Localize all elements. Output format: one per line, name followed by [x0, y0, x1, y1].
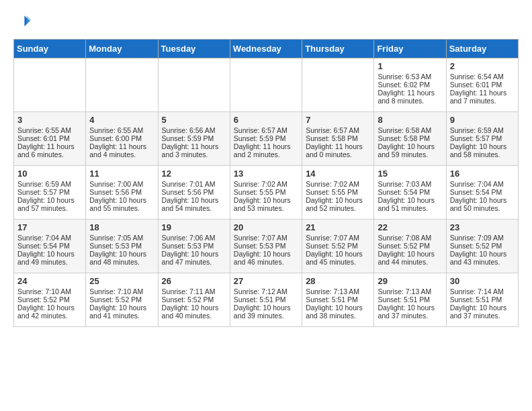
calendar-cell: 17Sunrise: 7:04 AMSunset: 5:54 PMDayligh… [14, 220, 86, 273]
cell-content: Sunset: 5:52 PM [162, 295, 226, 304]
day-number: 13 [234, 169, 298, 179]
cell-content: Sunset: 6:00 PM [89, 134, 154, 142]
day-header-friday: Friday [374, 40, 446, 58]
cell-content: Daylight: 10 hours and 37 minutes. [378, 304, 442, 320]
calendar-cell [14, 58, 86, 112]
cell-content: Sunrise: 7:09 AM [450, 234, 515, 242]
cell-content: Sunrise: 7:13 AM [306, 287, 370, 295]
cell-content: Sunrise: 7:03 AM [378, 180, 442, 188]
cell-content: Sunrise: 7:02 AM [234, 180, 298, 188]
cell-content: Daylight: 10 hours and 51 minutes. [378, 196, 442, 212]
cell-content: Sunset: 5:53 PM [89, 242, 154, 250]
calendar-cell: 22Sunrise: 7:08 AMSunset: 5:52 PMDayligh… [374, 220, 446, 273]
cell-content: Sunrise: 7:04 AM [17, 234, 82, 242]
cell-content: Sunrise: 7:13 AM [378, 287, 442, 295]
calendar-cell: 21Sunrise: 7:07 AMSunset: 5:52 PMDayligh… [302, 220, 374, 273]
cell-content: Sunrise: 7:00 AM [89, 180, 154, 188]
cell-content: Daylight: 11 hours and 6 minutes. [17, 142, 82, 158]
calendar-cell: 14Sunrise: 7:02 AMSunset: 5:55 PMDayligh… [302, 166, 374, 220]
day-number: 7 [306, 115, 370, 125]
calendar-cell [230, 58, 302, 112]
cell-content: Sunrise: 6:59 AM [17, 180, 82, 188]
day-header-thursday: Thursday [302, 40, 374, 58]
cell-content: Daylight: 10 hours and 58 minutes. [450, 142, 515, 158]
cell-content: Daylight: 10 hours and 39 minutes. [234, 304, 298, 320]
cell-content: Sunset: 5:55 PM [306, 188, 370, 196]
cell-content: Daylight: 10 hours and 47 minutes. [162, 250, 226, 266]
cell-content: Daylight: 10 hours and 49 minutes. [17, 250, 82, 266]
logo-icon [15, 13, 31, 30]
cell-content: Sunset: 5:52 PM [306, 242, 370, 250]
day-number: 17 [17, 222, 82, 232]
calendar-cell: 11Sunrise: 7:00 AMSunset: 5:56 PMDayligh… [86, 166, 158, 220]
calendar-cell: 1Sunrise: 6:53 AMSunset: 6:02 PMDaylight… [374, 58, 446, 112]
cell-content: Sunrise: 7:04 AM [450, 180, 515, 188]
day-number: 4 [89, 115, 154, 125]
day-number: 14 [306, 169, 370, 179]
day-number: 26 [162, 276, 226, 286]
calendar-cell: 10Sunrise: 6:59 AMSunset: 5:57 PMDayligh… [14, 166, 86, 220]
cell-content: Sunset: 5:51 PM [306, 295, 370, 304]
calendar-cell: 29Sunrise: 7:13 AMSunset: 5:51 PMDayligh… [374, 273, 446, 327]
cell-content: Sunrise: 7:05 AM [89, 234, 154, 242]
calendar-cell: 4Sunrise: 6:55 AMSunset: 6:00 PMDaylight… [86, 112, 158, 166]
cell-content: Sunset: 6:01 PM [17, 134, 82, 142]
calendar-cell: 28Sunrise: 7:13 AMSunset: 5:51 PMDayligh… [302, 273, 374, 327]
day-number: 2 [450, 61, 515, 71]
day-number: 6 [234, 115, 298, 125]
cell-content: Daylight: 10 hours and 37 minutes. [450, 304, 515, 320]
cell-content: Daylight: 11 hours and 3 minutes. [162, 142, 226, 158]
cell-content: Daylight: 11 hours and 0 minutes. [306, 142, 370, 158]
cell-content: Sunrise: 7:12 AM [234, 287, 298, 295]
calendar-cell: 5Sunrise: 6:56 AMSunset: 5:59 PMDaylight… [158, 112, 230, 166]
day-number: 25 [89, 276, 154, 286]
cell-content: Sunset: 5:57 PM [450, 134, 515, 142]
calendar-cell: 9Sunrise: 6:59 AMSunset: 5:57 PMDaylight… [446, 112, 518, 166]
cell-content: Sunrise: 7:06 AM [162, 234, 226, 242]
calendar-week-4: 24Sunrise: 7:10 AMSunset: 5:52 PMDayligh… [14, 273, 519, 327]
day-number: 24 [17, 276, 82, 286]
day-number: 18 [89, 222, 154, 232]
day-number: 29 [378, 276, 442, 286]
cell-content: Sunset: 5:51 PM [234, 295, 298, 304]
calendar-cell: 20Sunrise: 7:07 AMSunset: 5:53 PMDayligh… [230, 220, 302, 273]
cell-content: Sunrise: 7:10 AM [89, 287, 154, 295]
cell-content: Sunrise: 6:58 AM [378, 126, 442, 134]
day-number: 15 [378, 169, 442, 179]
cell-content: Daylight: 10 hours and 44 minutes. [378, 250, 442, 266]
calendar-header-row: SundayMondayTuesdayWednesdayThursdayFrid… [14, 40, 519, 58]
calendar-cell: 3Sunrise: 6:55 AMSunset: 6:01 PMDaylight… [14, 112, 86, 166]
cell-content: Sunset: 5:52 PM [378, 242, 442, 250]
calendar-week-1: 3Sunrise: 6:55 AMSunset: 6:01 PMDaylight… [14, 112, 519, 166]
cell-content: Sunset: 5:54 PM [378, 188, 442, 196]
cell-content: Sunset: 6:01 PM [450, 81, 515, 89]
cell-content: Sunset: 5:52 PM [17, 295, 82, 304]
calendar-cell: 16Sunrise: 7:04 AMSunset: 5:54 PMDayligh… [446, 166, 518, 220]
day-number: 27 [234, 276, 298, 286]
day-number: 5 [162, 115, 226, 125]
cell-content: Sunset: 5:52 PM [89, 295, 154, 304]
calendar-cell: 2Sunrise: 6:54 AMSunset: 6:01 PMDaylight… [446, 58, 518, 112]
cell-content: Daylight: 10 hours and 50 minutes. [450, 196, 515, 212]
cell-content: Sunset: 5:57 PM [17, 188, 82, 196]
day-number: 22 [378, 222, 442, 232]
cell-content: Daylight: 10 hours and 48 minutes. [89, 250, 154, 266]
calendar-cell: 26Sunrise: 7:11 AMSunset: 5:52 PMDayligh… [158, 273, 230, 327]
calendar-week-0: 1Sunrise: 6:53 AMSunset: 6:02 PMDaylight… [14, 58, 519, 112]
day-number: 19 [162, 222, 226, 232]
calendar-cell: 27Sunrise: 7:12 AMSunset: 5:51 PMDayligh… [230, 273, 302, 327]
calendar-cell: 15Sunrise: 7:03 AMSunset: 5:54 PMDayligh… [374, 166, 446, 220]
day-number: 20 [234, 222, 298, 232]
cell-content: Sunrise: 6:59 AM [450, 126, 515, 134]
cell-content: Daylight: 10 hours and 40 minutes. [162, 304, 226, 320]
cell-content: Daylight: 11 hours and 2 minutes. [234, 142, 298, 158]
calendar-cell: 23Sunrise: 7:09 AMSunset: 5:52 PMDayligh… [446, 220, 518, 273]
day-number: 9 [450, 115, 515, 125]
cell-content: Sunrise: 6:55 AM [89, 126, 154, 134]
cell-content: Daylight: 10 hours and 42 minutes. [17, 304, 82, 320]
calendar-week-2: 10Sunrise: 6:59 AMSunset: 5:57 PMDayligh… [14, 166, 519, 220]
cell-content: Sunrise: 7:01 AM [162, 180, 226, 188]
day-header-wednesday: Wednesday [230, 40, 302, 58]
cell-content: Daylight: 10 hours and 53 minutes. [234, 196, 298, 212]
cell-content: Sunset: 5:52 PM [450, 242, 515, 250]
